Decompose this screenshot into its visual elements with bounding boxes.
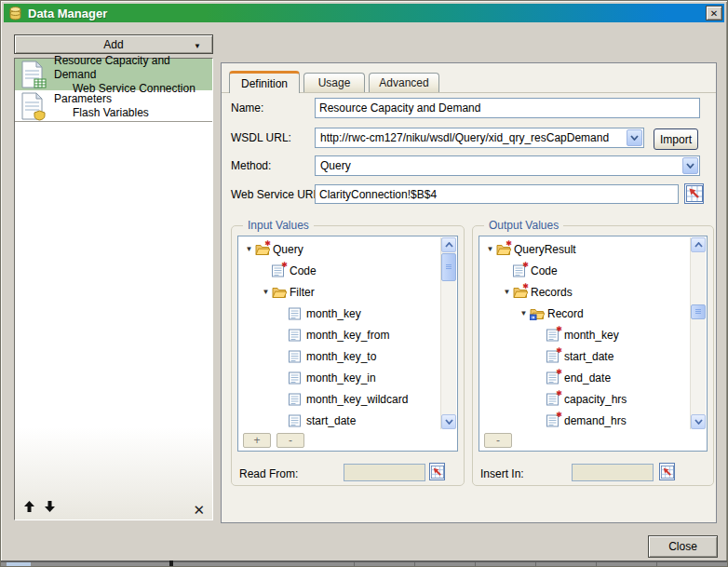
tab-definition[interactable]: Definition [229, 71, 300, 93]
tree-item[interactable]: ✱month_key [480, 324, 689, 345]
expander-open-icon[interactable]: ▼ [518, 309, 530, 317]
tree-item[interactable]: ▼✱Records [480, 281, 689, 303]
tab-advanced[interactable]: Advanced [369, 73, 439, 92]
expander-open-icon[interactable]: ▼ [260, 288, 272, 296]
title-bar[interactable]: Data Manager ✕ [4, 4, 724, 22]
add-node-button[interactable]: + [243, 433, 271, 448]
insert-in-label: Insert In: [480, 467, 524, 480]
add-button[interactable]: Add ▼ [14, 34, 213, 54]
list-item-flash-variables[interactable]: Parameters Flash Variables [15, 90, 212, 122]
expander-open-icon[interactable]: ▼ [243, 245, 255, 253]
tree-item[interactable]: ✱Code [480, 260, 689, 281]
required-asterisk-icon: ✱ [506, 239, 512, 248]
background-fragment [169, 560, 173, 566]
output-values-tree: ▼✱QueryResult✱Code▼✱Records▼Record✱month… [480, 238, 689, 428]
folder-icon: ✱ [513, 286, 529, 299]
dropdown-arrow-icon: ▼ [194, 42, 201, 50]
window-close-button[interactable]: ✕ [706, 6, 722, 20]
tree-item[interactable]: month_key_to [239, 345, 439, 367]
tree-item-label: month_key_in [304, 371, 376, 385]
input-values-title: Input Values [243, 219, 314, 232]
tree-item-label: Code [529, 264, 558, 277]
tree-item[interactable]: month_key [239, 303, 439, 324]
import-button[interactable]: Import [654, 128, 698, 150]
scroll-thumb[interactable] [441, 253, 456, 281]
list-item-web-service-connection[interactable]: Resource Capacity and Demand Web Service… [15, 59, 212, 90]
document-icon: ✱ [272, 264, 288, 277]
input-tree-scrollbar[interactable] [440, 237, 456, 429]
tree-item[interactable]: ✱capacity_hrs [480, 388, 689, 410]
tab-usage[interactable]: Usage [303, 73, 365, 92]
scroll-up-icon[interactable] [691, 237, 706, 252]
input-values-tree: ▼✱Query✱Code▼Filtermonth_keymonth_key_fr… [239, 238, 439, 428]
list-item-title: Parameters [54, 92, 149, 106]
scroll-down-icon[interactable] [441, 414, 456, 429]
tree-item[interactable]: start_date [239, 410, 439, 428]
tree-item[interactable]: ▼✱Query [239, 238, 439, 260]
tree-item-label: month_key [304, 307, 361, 320]
move-up-button[interactable] [24, 501, 34, 515]
remove-node-button[interactable]: - [276, 433, 304, 448]
definition-panel: Definition Usage Advanced Name: WSDL URL… [221, 62, 717, 523]
tree-item-label: month_key_wildcard [304, 393, 408, 406]
folder-icon [530, 307, 546, 320]
tree-item[interactable]: ▼✱QueryResult [480, 238, 689, 260]
tree-item[interactable]: ▼Filter [239, 281, 439, 303]
insert-in-cell-picker-icon[interactable] [659, 463, 675, 480]
tree-item[interactable]: month_key_wildcard [239, 388, 439, 410]
tree-item[interactable]: ▼Record [480, 303, 689, 324]
method-combobox[interactable]: Query [315, 155, 700, 176]
web-service-url-input[interactable] [315, 184, 679, 204]
combo-dropdown-icon[interactable] [682, 157, 698, 174]
wsdl-url-value: http://rwc-cm127/niku/wsdl/Query/xid_qry… [316, 131, 626, 144]
tree-item-label: Records [529, 286, 573, 299]
list-item-title: Resource Capacity and Demand [54, 54, 212, 82]
tree-item-label: end_date [562, 371, 611, 385]
background-window-edge [1, 560, 727, 566]
name-label: Name: [231, 101, 263, 115]
tab-label: Advanced [379, 76, 428, 89]
close-button[interactable]: Close [648, 535, 718, 558]
tree-item[interactable]: ✱demand_hrs [480, 410, 689, 428]
read-from-input[interactable] [344, 464, 425, 481]
required-asterisk-icon: ✱ [556, 389, 562, 398]
expander-open-icon[interactable]: ▼ [501, 288, 513, 296]
read-from-cell-picker-icon[interactable] [429, 463, 445, 480]
output-tree-scrollbar[interactable] [690, 237, 706, 429]
name-input[interactable] [315, 98, 700, 118]
move-down-button[interactable] [45, 501, 55, 515]
wsdl-url-label: WSDL URL: [231, 131, 291, 144]
data-manager-dialog: Data Manager ✕ Add ▼ [0, 0, 728, 567]
tree-item-label: Record [546, 307, 584, 320]
output-values-groupbox: Output Values ▼✱QueryResult✱Code▼✱Record… [472, 225, 714, 486]
required-asterisk-icon: ✱ [556, 368, 562, 376]
tree-item-label: month_key_from [304, 329, 389, 342]
scroll-up-icon[interactable] [441, 237, 456, 252]
tree-item-label: QueryResult [512, 243, 576, 256]
combo-dropdown-icon[interactable] [627, 129, 642, 146]
scroll-thumb[interactable] [691, 304, 706, 319]
required-asterisk-icon: ✱ [264, 239, 271, 248]
tree-item[interactable]: ✱end_date [480, 367, 689, 388]
document-icon [289, 414, 304, 427]
tree-item[interactable]: month_key_in [239, 367, 439, 388]
insert-in-input[interactable] [572, 464, 654, 481]
required-asterisk-icon: ✱ [556, 411, 562, 419]
folder-icon: ✱ [496, 243, 512, 256]
scroll-down-icon[interactable] [691, 414, 706, 429]
tree-item[interactable]: ✱start_date [480, 345, 689, 367]
tree-item[interactable]: ✱Code [239, 260, 439, 281]
output-values-tree-panel: ▼✱QueryResult✱Code▼✱Records▼Record✱month… [479, 236, 708, 452]
tree-item[interactable]: month_key_from [239, 324, 439, 345]
delete-item-button[interactable]: ✕ [193, 503, 205, 517]
document-icon: ✱ [513, 264, 529, 277]
wsdl-url-combobox[interactable]: http://rwc-cm127/niku/wsdl/Query/xid_qry… [315, 128, 644, 148]
document-icon: ✱ [546, 371, 562, 385]
required-asterisk-icon: ✱ [522, 261, 529, 269]
remove-node-button[interactable]: - [484, 433, 512, 448]
web-service-document-icon [20, 61, 47, 92]
cell-picker-icon[interactable] [684, 183, 704, 204]
tree-item-label: start_date [304, 414, 356, 427]
expander-open-icon[interactable]: ▼ [484, 245, 496, 253]
document-icon [289, 307, 304, 320]
